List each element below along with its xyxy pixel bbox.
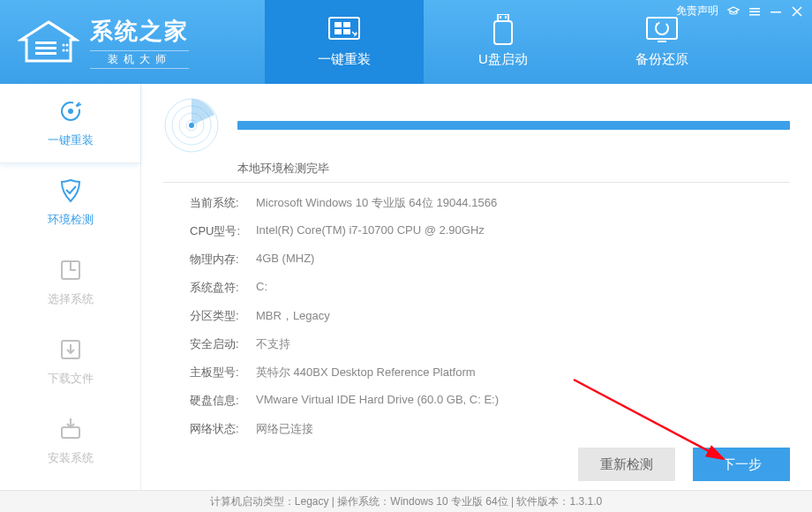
tab-reinstall[interactable]: 一键重装 (265, 0, 424, 84)
svg-rect-14 (500, 16, 501, 19)
sidebar-label: 一键重装 (48, 132, 94, 148)
logo-area: 系统之家 装机大师 (0, 0, 265, 84)
svg-rect-13 (494, 21, 512, 44)
install-icon (58, 417, 83, 441)
tab-label: U盘启动 (478, 51, 528, 68)
svg-point-5 (63, 49, 65, 51)
logo-subtitle: 装机大师 (90, 50, 189, 69)
progress-status-text: 本地环境检测完毕 (237, 161, 790, 177)
menu-icon[interactable] (748, 5, 761, 18)
svg-rect-8 (335, 22, 342, 27)
svg-rect-19 (749, 8, 760, 10)
main-panel: 本地环境检测完毕 当前系统:Microsoft Windows 10 专业版 6… (141, 84, 812, 490)
info-row-sysdrive: 系统盘符:C: (190, 280, 790, 296)
sidebar-item-download[interactable]: 下载文件 (0, 322, 140, 402)
info-row-os: 当前系统:Microsoft Windows 10 专业版 64位 19044.… (190, 195, 790, 211)
svg-point-4 (66, 43, 69, 46)
download-icon (58, 337, 83, 362)
logo-title: 系统之家 (90, 16, 189, 47)
logo-house-icon (18, 20, 79, 64)
footer-text: 计算机启动类型：Legacy | 操作系统：Windows 10 专业版 64位… (210, 494, 602, 509)
svg-point-6 (66, 49, 69, 51)
svg-rect-16 (647, 18, 677, 39)
disclaimer-link[interactable]: 免责声明 (676, 4, 718, 19)
sidebar-label: 安装系统 (48, 450, 94, 466)
info-row-partition: 分区类型:MBR，Legacy (190, 308, 790, 324)
header: 系统之家 装机大师 一键重装 U盘启动 备份还原 免责声明 (0, 0, 812, 84)
svg-rect-21 (749, 14, 760, 16)
svg-rect-0 (35, 41, 56, 44)
close-button[interactable] (791, 5, 803, 18)
retry-button[interactable]: 重新检测 (578, 448, 675, 481)
sidebar-item-select-os[interactable]: 选择系统 (0, 243, 140, 322)
minimize-button[interactable] (770, 5, 782, 18)
svg-rect-27 (62, 427, 79, 438)
next-button[interactable]: 下一步 (693, 448, 790, 481)
tab-usb-boot[interactable]: U盘启动 (424, 0, 583, 84)
svg-rect-15 (505, 16, 507, 19)
info-row-secureboot: 安全启动:不支持 (190, 336, 790, 352)
sidebar-item-reinstall[interactable]: 一键重装 (0, 84, 140, 163)
svg-rect-18 (658, 41, 666, 42)
sidebar-item-install[interactable]: 安装系统 (0, 402, 140, 481)
svg-rect-2 (35, 52, 56, 55)
svg-point-32 (189, 123, 194, 128)
sidebar-label: 环境检测 (48, 212, 94, 228)
svg-point-24 (68, 109, 73, 114)
target-icon (58, 99, 83, 124)
body: 一键重装 环境检测 选择系统 下载文件 安装系统 (0, 84, 812, 490)
divider (163, 182, 790, 183)
svg-rect-20 (749, 11, 760, 12)
sidebar: 一键重装 环境检测 选择系统 下载文件 安装系统 (0, 84, 141, 490)
svg-rect-1 (35, 47, 56, 49)
info-row-motherboard: 主板型号:英特尔 440BX Desktop Reference Platfor… (190, 365, 790, 380)
sidebar-label: 下载文件 (48, 371, 94, 387)
info-row-disk: 硬盘信息:VMware Virtual IDE Hard Drive (60.0… (190, 393, 790, 409)
backup-icon (645, 16, 679, 44)
tab-label: 备份还原 (635, 51, 688, 68)
info-row-cpu: CPU型号:Intel(R) Core(TM) i7-10700 CPU @ 2… (190, 223, 790, 239)
radar-icon (163, 97, 220, 154)
usb-icon (486, 16, 520, 44)
select-icon (58, 258, 83, 282)
graduate-icon[interactable] (727, 5, 740, 18)
svg-rect-10 (335, 29, 342, 34)
tab-label: 一键重装 (318, 51, 371, 68)
window-controls: 免责声明 (676, 4, 803, 19)
progress-bar (237, 121, 790, 130)
footer-status-bar: 计算机启动类型：Legacy | 操作系统：Windows 10 专业版 64位… (0, 490, 812, 512)
sidebar-label: 选择系统 (48, 291, 94, 307)
sidebar-item-env-check[interactable]: 环境检测 (0, 163, 140, 243)
shield-check-icon (58, 178, 83, 203)
windows-install-icon (327, 16, 361, 44)
svg-point-3 (63, 43, 65, 46)
info-row-memory: 物理内存:4GB (MHZ) (190, 252, 790, 267)
svg-point-17 (656, 22, 668, 34)
info-row-network: 网络状态:网络已连接 (190, 421, 790, 437)
system-info-list: 当前系统:Microsoft Windows 10 专业版 64位 19044.… (163, 195, 790, 437)
svg-rect-12 (498, 14, 508, 21)
svg-rect-11 (343, 29, 350, 34)
svg-rect-9 (343, 22, 350, 27)
svg-rect-22 (771, 11, 781, 13)
